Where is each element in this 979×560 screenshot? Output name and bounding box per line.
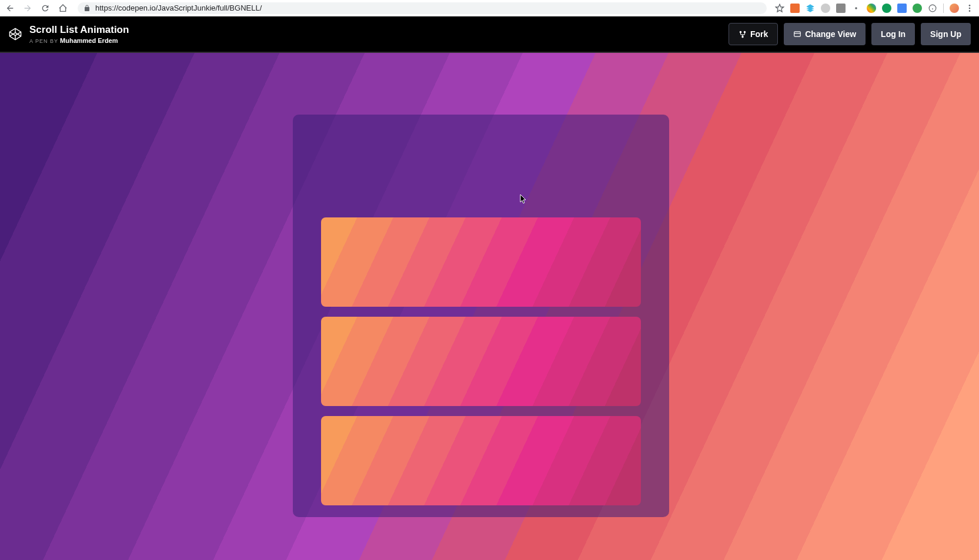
content-area <box>0 53 979 560</box>
extension-icon-9[interactable] <box>913 4 922 13</box>
change-view-icon <box>793 30 801 38</box>
back-icon <box>5 4 15 13</box>
extension-icon-4[interactable] <box>836 4 846 13</box>
svg-point-5 <box>969 7 971 9</box>
list-item[interactable] <box>321 416 641 505</box>
codepen-header: Scroll List Animation A Pen By Muhammed … <box>0 16 979 53</box>
pen-info: Scroll List Animation A Pen By Muhammed … <box>29 24 729 44</box>
extension-icon-2[interactable] <box>806 4 815 13</box>
scroll-panel[interactable] <box>293 115 669 517</box>
divider <box>943 4 944 13</box>
fork-label: Fork <box>750 29 768 39</box>
change-view-button[interactable]: Change View <box>784 23 866 45</box>
list-item[interactable] <box>321 317 641 406</box>
home-icon <box>58 4 68 13</box>
home-button[interactable] <box>58 3 68 14</box>
svg-point-6 <box>969 10 971 12</box>
browser-chrome: https://codepen.io/JavaScriptJunkie/full… <box>0 0 979 16</box>
star-icon[interactable] <box>775 4 784 13</box>
forward-button[interactable] <box>22 3 33 14</box>
fork-icon <box>739 30 747 38</box>
byline-prefix: A Pen By <box>29 38 58 44</box>
svg-point-0 <box>855 7 857 9</box>
menu-icon[interactable] <box>965 4 974 13</box>
back-button[interactable] <box>5 3 15 14</box>
pen-author[interactable]: Muhammed Erdem <box>60 37 118 44</box>
extension-icon-5[interactable] <box>851 4 861 13</box>
pen-byline: A Pen By Muhammed Erdem <box>29 37 729 44</box>
profile-avatar[interactable] <box>950 4 959 13</box>
svg-rect-10 <box>794 32 801 36</box>
nav-buttons <box>5 3 68 14</box>
reload-button[interactable] <box>40 3 51 14</box>
extension-icon-6[interactable] <box>867 4 876 13</box>
signup-button[interactable]: Sign Up <box>921 23 971 45</box>
address-bar[interactable]: https://codepen.io/JavaScriptJunkie/full… <box>78 2 767 14</box>
codepen-logo-icon[interactable] <box>8 27 22 41</box>
login-button[interactable]: Log In <box>871 23 915 45</box>
svg-point-4 <box>969 5 971 6</box>
fork-button[interactable]: Fork <box>729 23 778 45</box>
extension-icon-3[interactable] <box>821 4 830 13</box>
list-item[interactable] <box>321 217 641 307</box>
info-icon[interactable] <box>928 4 937 13</box>
pen-title: Scroll List Animation <box>29 24 729 36</box>
signup-label: Sign Up <box>930 29 961 39</box>
chrome-actions <box>775 4 974 13</box>
reload-icon <box>41 4 50 13</box>
lock-icon <box>83 5 91 12</box>
login-label: Log In <box>881 29 906 39</box>
extension-icon-8[interactable] <box>897 4 907 13</box>
extension-icon-1[interactable] <box>790 4 800 13</box>
extension-icon-7[interactable] <box>882 4 891 13</box>
header-actions: Fork Change View Log In Sign Up <box>729 23 971 45</box>
url-text: https://codepen.io/JavaScriptJunkie/full… <box>95 4 262 12</box>
forward-icon <box>23 4 32 13</box>
change-view-label: Change View <box>805 29 856 39</box>
